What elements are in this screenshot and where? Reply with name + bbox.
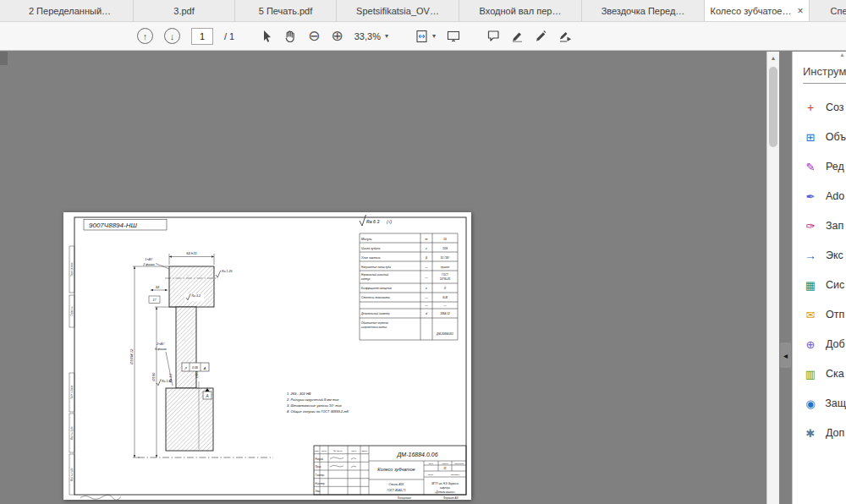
highlighter-icon (511, 30, 524, 43)
fill-sign-button[interactable] (535, 30, 547, 43)
svg-text:Направление линии зуба: Направление линии зуба (361, 266, 391, 269)
note-line: 4. Общие допуски по ГОСТ 30893.2-mK (287, 409, 349, 414)
tool-label: Отп (826, 309, 844, 320)
next-page-button[interactable]: ↓ (164, 28, 180, 44)
dim-outer-diameter: ∅1694.12 (129, 348, 134, 364)
zoom-out-button[interactable]: ⊖ (308, 29, 320, 43)
margin-label: Перв. примен. (70, 262, 74, 277)
comment-button[interactable] (487, 30, 500, 42)
svg-text:▥: ▥ (805, 368, 816, 381)
svg-text:z: z (425, 247, 427, 250)
hand-tool-button[interactable] (284, 30, 297, 43)
previous-page-button[interactable]: ↑ (137, 28, 153, 44)
svg-text:+: + (807, 101, 814, 114)
svg-text:«Детали машин»: «Детали машин» (435, 490, 455, 494)
drawing-designation: ДМ-16884.0.06 (396, 452, 437, 458)
roughness-ra32: Ra 3.2 (192, 294, 201, 298)
tool-item-export-pdf[interactable]: → Экс (793, 240, 846, 270)
handwritten-note (80, 495, 121, 500)
document-tab-active[interactable]: Колесо зубчатое… × (705, 0, 810, 21)
combine-files-icon: ⊞ (803, 129, 818, 145)
vertical-scrollbar[interactable]: ▲ (766, 52, 779, 504)
document-tab[interactable]: 2 Переделанный… (7, 0, 134, 21)
tool-item-fill-sign[interactable]: ✑ Зап (793, 211, 846, 240)
tools-search-input[interactable]: Инструм (803, 65, 846, 84)
tool-label: Объ (826, 131, 846, 143)
tool-label: Защ (825, 397, 846, 409)
technical-notes: 1. 269…302 НВ 2. Радиусы скруглений 8 мм… (286, 392, 349, 414)
panel-scroll-up-icon[interactable]: ▲ (838, 52, 846, 65)
frame-footer: Копировал Формат A3 (80, 495, 459, 500)
tab-label: Спе (830, 6, 846, 16)
chevron-down-icon: ▾ (385, 32, 388, 40)
highlight-button[interactable] (511, 30, 524, 43)
margin-boxes (69, 246, 74, 495)
svg-text:—: — (424, 266, 428, 269)
tool-item-scan-ocr[interactable]: ▥ Ска (793, 359, 846, 388)
svg-text:β: β (425, 256, 427, 260)
tool-item-send[interactable]: ✉ Отп (793, 299, 846, 329)
tool-label: Ска (826, 368, 844, 380)
document-area: Перв. примен. Справ. № Подп. и дата Инв.… (0, 52, 792, 504)
svg-text:МГТУ им. Н.Э. Баумана: МГТУ им. Н.Э. Баумана (431, 482, 459, 485)
sign-request-button[interactable] (558, 30, 572, 43)
svg-text:—: — (442, 304, 447, 307)
adobe-sign-icon: ✒ (803, 189, 818, 204)
format-label: Формат A3 (443, 496, 459, 500)
svg-text:Нормальный исходный: Нормальный исходный (361, 273, 389, 277)
pointer-tool-button[interactable] (447, 30, 460, 43)
tolerance-symbol: ↗ (184, 366, 188, 370)
tool-label: Доб (826, 338, 845, 350)
svg-text:Н.контр.: Н.контр. (316, 482, 326, 485)
scrollbar-thumb[interactable] (769, 67, 777, 147)
page-fit-dropdown[interactable]: ▾ (415, 30, 436, 43)
document-tab[interactable]: Входной вал пер… (459, 0, 582, 21)
zoom-in-button[interactable]: ⊕ (331, 29, 343, 43)
margin-labels: Перв. примен. Справ. № Подп. и дата Инв.… (70, 262, 74, 481)
document-tab[interactable]: Spetsifikatsia_OV… (337, 0, 459, 21)
hand-icon (284, 30, 297, 43)
page-number-input[interactable]: 1 (191, 28, 213, 45)
document-tab[interactable]: 5 Печать.pdf (235, 0, 337, 21)
document-tab[interactable]: Звездочка Перед… (582, 0, 705, 21)
fill-sign-icon: ✑ (803, 218, 818, 233)
scroll-up-icon[interactable]: ▲ (767, 52, 779, 64)
svg-text:Масштаб: Масштаб (454, 463, 464, 465)
svg-text:109: 109 (442, 247, 448, 250)
more-tools-icon: ✱ (803, 425, 818, 441)
dim-chamfer2-note: 6 фасок (155, 348, 167, 351)
svg-text:ГОСТ: ГОСТ (442, 273, 449, 277)
tool-item-create-pdf[interactable]: + Соз (793, 92, 846, 122)
document-tab[interactable]: 3.pdf (134, 0, 235, 21)
comment-bubble-icon (487, 30, 500, 42)
tool-item-edit-pdf[interactable]: ✎ Ред (793, 151, 846, 181)
zoom-level-dropdown[interactable]: 33,3% ▾ (354, 31, 388, 41)
tab-label: Звездочка Перед… (602, 6, 685, 16)
tab-label: 2 Переделанный… (29, 6, 111, 16)
tool-item-protect[interactable]: ◉ Защ (793, 388, 846, 418)
document-tab[interactable]: Спе (810, 0, 846, 21)
signature-stamp-icon (558, 30, 572, 43)
tool-label: Соз (826, 101, 844, 113)
tool-item-adobe-sign[interactable]: ✒ Ado (793, 181, 846, 211)
panel-collapse-button[interactable]: ◂ (780, 342, 791, 368)
dim-chamfer2: 2×45° (156, 342, 165, 346)
tool-item-add[interactable]: ⊕ Доб (793, 329, 846, 359)
tab-close-icon[interactable]: × (797, 6, 803, 16)
pdf-page[interactable]: Перв. примен. Справ. № Подп. и дата Инв.… (63, 212, 471, 500)
margin-label: Инв. № дубл. (70, 426, 74, 440)
tool-item-combine-files[interactable]: ⊞ Объ (793, 122, 846, 151)
svg-text:✉: ✉ (806, 309, 816, 321)
roughness-ra125: Ra 1.25 (222, 270, 233, 273)
svg-text:✑: ✑ (806, 220, 816, 233)
svg-text:—: — (424, 296, 428, 299)
inventory-stamp: 9007Ч8894-НШ (84, 220, 167, 231)
svg-text:⊕: ⊕ (806, 338, 816, 351)
select-tool-button[interactable] (261, 30, 273, 43)
tool-item-organize-pages[interactable]: ▦ Сис (793, 270, 846, 299)
tool-item-more[interactable]: ✱ Доп (793, 418, 846, 447)
svg-text:Угол наклона: Угол наклона (361, 256, 381, 260)
svg-text:Листов 1: Листов 1 (450, 474, 460, 476)
copy-label: Копировал (398, 496, 411, 500)
signature-squiggles (330, 457, 356, 468)
